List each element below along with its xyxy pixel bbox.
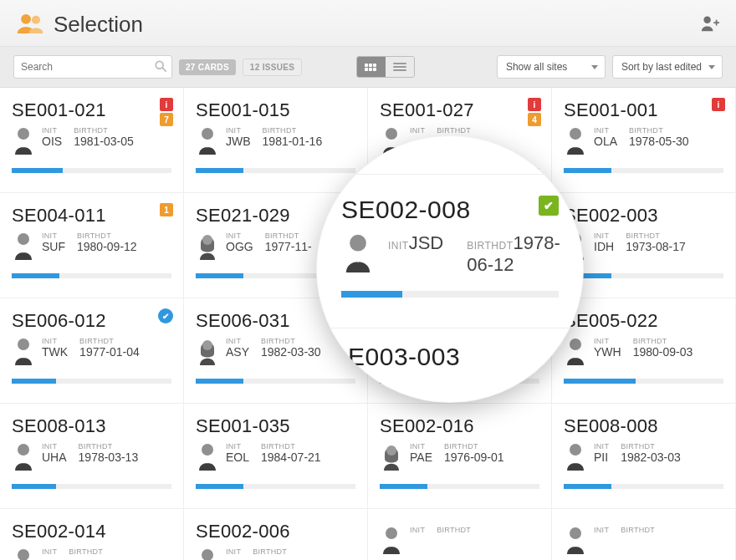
avatar-icon	[196, 547, 219, 560]
subject-card[interactable]: SE008-008 INITPII BIRTHDT1982-03-03	[552, 404, 736, 509]
birthdt-label: BIRTHDT	[626, 232, 686, 240]
card-id: SE002-008	[341, 196, 559, 224]
subject-card[interactable]: INIT BIRTHDT	[552, 509, 736, 560]
card-id-partial: E003-003	[348, 343, 460, 371]
birthdt-value: 1978-06-12	[467, 232, 560, 275]
card-id: SE008-013	[12, 415, 171, 437]
progress-bar	[564, 168, 723, 173]
card-id: SE002-003	[564, 205, 723, 227]
init-label: INIT	[594, 337, 621, 345]
init-value: OGG	[226, 240, 253, 253]
subject-card[interactable]: SE002-016 INITPAE BIRTHDT1976-09-01	[368, 404, 552, 509]
avatar-icon	[564, 526, 587, 557]
subject-card[interactable]: INIT BIRTHDT	[368, 509, 552, 560]
progress-bar	[341, 291, 559, 298]
avatar-icon	[564, 126, 587, 158]
init-value: YWH	[594, 345, 621, 359]
birthdt-label: BIRTHDT	[467, 240, 513, 252]
init-label: INIT	[226, 232, 253, 240]
avatar-icon	[12, 442, 35, 474]
card-id: SE001-001	[564, 99, 723, 121]
avatar-icon	[196, 442, 219, 474]
birthdt-label: BIRTHDT	[77, 232, 137, 240]
magnified-card: SE002-008 INITJSD BIRTHDT1978-06-12	[341, 196, 559, 298]
subject-card[interactable]: SE002-014 INIT BIRTHDT	[0, 509, 184, 560]
progress-bar	[196, 484, 355, 489]
init-value: JWB	[226, 135, 251, 148]
info-badge: i	[712, 98, 725, 111]
init-value: ASY	[226, 345, 249, 359]
birthdt-label: BIRTHDT	[79, 337, 140, 345]
init-label: INIT	[42, 337, 68, 345]
avatar-icon	[12, 232, 35, 263]
chevron-down-icon	[591, 65, 598, 69]
birthdt-label: BIRTHDT	[444, 442, 504, 451]
page-title: Selection	[54, 12, 143, 38]
people-icon	[17, 13, 45, 37]
subject-card[interactable]: i7 SE001-021 INITOIS BIRTHDT1981-03-05	[0, 88, 184, 193]
site-filter-dropdown[interactable]: Show all sites	[497, 55, 606, 79]
init-label: INIT	[42, 442, 67, 451]
card-id: SE002-006	[196, 521, 355, 542]
search-input[interactable]	[13, 55, 172, 79]
birthdt-value: 1978-05-30	[629, 135, 689, 148]
subject-card[interactable]: SE002-006 INIT BIRTHDT	[184, 509, 368, 560]
avatar-icon	[196, 232, 219, 263]
warning-badge: 7	[160, 113, 173, 126]
init-label: INIT	[594, 232, 614, 240]
card-id: SE001-015	[196, 99, 355, 121]
card-id: SE005-022	[564, 310, 723, 332]
list-view-button[interactable]	[386, 57, 414, 77]
svg-rect-6	[716, 19, 718, 25]
init-label: INIT	[42, 547, 57, 556]
init-value: TWK	[42, 345, 68, 359]
birthdt-label: BIRTHDT	[69, 547, 103, 556]
view-toggle	[356, 56, 415, 78]
search-icon[interactable]	[152, 59, 169, 75]
init-label: INIT	[388, 240, 409, 252]
avatar-icon	[564, 442, 587, 474]
init-label: INIT	[226, 126, 251, 135]
init-label: INIT	[594, 126, 617, 135]
subject-card[interactable]: 1 SE004-011 INITSUF BIRTHDT1980-09-12	[0, 193, 184, 298]
magnifier-lens: SE002-008 INITJSD BIRTHDT1978-06-12 ✔ E0…	[316, 135, 584, 403]
svg-point-2	[21, 13, 31, 23]
subject-card[interactable]: SE005-022 INITYWH BIRTHDT1980-09-03	[552, 298, 736, 404]
birthdt-label: BIRTHDT	[629, 126, 689, 135]
progress-bar	[380, 484, 539, 489]
birthdt-value: 1982-03-30	[261, 345, 321, 359]
subject-card[interactable]: SE006-012 INITTWK BIRTHDT1977-01-04	[0, 298, 184, 404]
avatar-icon	[196, 126, 219, 158]
birthdt-label: BIRTHDT	[437, 526, 471, 534]
progress-bar	[564, 379, 723, 384]
avatar-icon	[564, 337, 587, 369]
init-value: OLA	[594, 135, 617, 148]
card-id: SE001-035	[196, 415, 355, 437]
svg-line-8	[162, 68, 166, 71]
birthdt-label: BIRTHDT	[74, 126, 134, 135]
birthdt-value: 1978-03-13	[79, 451, 139, 464]
birthdt-label: BIRTHDT	[261, 337, 321, 345]
init-label: INIT	[594, 526, 609, 534]
dropdown-label: Sort by last edited	[621, 61, 702, 73]
subject-card[interactable]: SE008-013 INITUHA BIRTHDT1978-03-13	[0, 404, 184, 509]
init-value: PII	[594, 451, 609, 464]
birthdt-value: 1984-07-21	[261, 451, 321, 464]
init-label: INIT	[594, 442, 609, 451]
avatar-icon	[12, 126, 35, 158]
svg-point-3	[32, 15, 40, 23]
grid-view-button[interactable]	[357, 57, 386, 77]
progress-bar	[196, 379, 355, 384]
issues-count-pill[interactable]: 12 ISSUES	[243, 59, 302, 76]
subject-card[interactable]: SE001-015 INITJWB BIRTHDT1981-01-16	[184, 88, 368, 193]
subject-card[interactable]: SE001-035 INITEOL BIRTHDT1984-07-21	[184, 404, 368, 509]
init-value: PAE	[410, 451, 432, 464]
toolbar: 27 CARDS 12 ISSUES Show all sites Sort b…	[0, 47, 736, 88]
check-badge: ✔	[539, 196, 559, 216]
progress-bar	[564, 273, 723, 278]
init-value: UHA	[42, 451, 67, 464]
sort-dropdown[interactable]: Sort by last edited	[612, 55, 723, 79]
subject-card[interactable]: i SE001-001 INITOLA BIRTHDT1978-05-30	[552, 88, 736, 193]
verified-badge	[158, 308, 173, 323]
add-user-icon[interactable]	[701, 15, 719, 35]
